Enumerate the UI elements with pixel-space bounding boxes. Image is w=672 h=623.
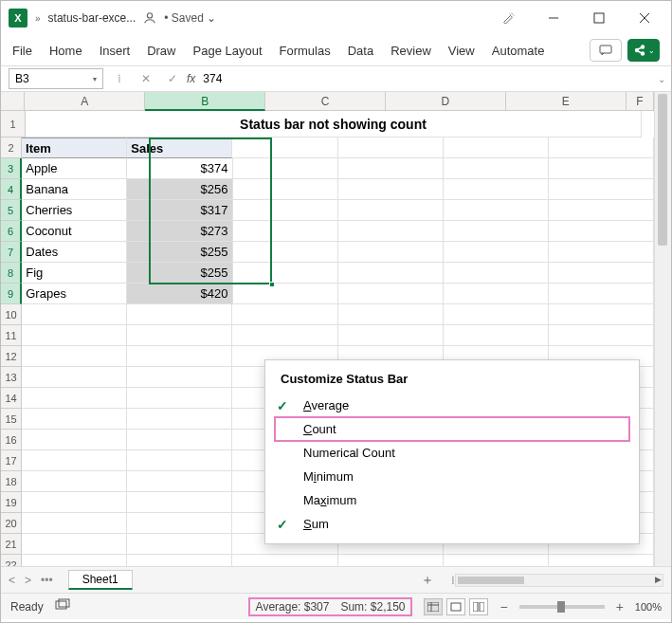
empty-cell[interactable]: [338, 284, 444, 304]
empty-cell[interactable]: [549, 200, 654, 221]
empty-cell[interactable]: [127, 409, 232, 430]
empty-cell[interactable]: [22, 367, 127, 388]
empty-cell[interactable]: [549, 158, 654, 179]
row-header[interactable]: 18: [1, 471, 22, 492]
scroll-right-button[interactable]: ▶: [651, 575, 664, 586]
empty-cell[interactable]: [338, 158, 444, 179]
empty-cell[interactable]: [444, 304, 549, 325]
empty-cell[interactable]: [127, 367, 232, 388]
empty-cell[interactable]: [127, 492, 232, 513]
next-sheet-button[interactable]: >: [25, 574, 31, 587]
col-header-a[interactable]: A: [25, 92, 145, 111]
tab-data[interactable]: Data: [348, 44, 373, 58]
row-header[interactable]: 4: [1, 179, 22, 200]
row-header[interactable]: 17: [1, 450, 22, 471]
empty-cell[interactable]: [549, 555, 654, 566]
item-cell[interactable]: Coconut: [22, 221, 127, 242]
save-status[interactable]: • Saved ⌄: [164, 11, 216, 25]
row-header[interactable]: 16: [1, 430, 22, 450]
col-header-d[interactable]: D: [386, 92, 506, 111]
empty-cell[interactable]: [127, 346, 232, 367]
zoom-level[interactable]: 100%: [635, 601, 662, 613]
vertical-scrollbar-thumb[interactable]: [658, 94, 667, 246]
select-all-corner[interactable]: [1, 92, 25, 111]
empty-cell[interactable]: [549, 179, 654, 200]
view-normal-button[interactable]: [424, 598, 443, 615]
row-header[interactable]: 11: [1, 325, 22, 346]
empty-cell[interactable]: [549, 242, 654, 263]
empty-cell[interactable]: [22, 471, 127, 492]
empty-cell[interactable]: [22, 325, 127, 346]
item-cell[interactable]: Dates: [22, 242, 127, 263]
add-sheet-button[interactable]: ＋: [421, 572, 434, 589]
zoom-in-button[interactable]: +: [616, 599, 624, 614]
view-page-layout-button[interactable]: [446, 598, 465, 615]
empty-cell[interactable]: [233, 242, 338, 263]
row-header[interactable]: 19: [1, 492, 22, 513]
empty-cell[interactable]: [22, 450, 127, 471]
empty-cell[interactable]: [232, 304, 337, 325]
fx-icon[interactable]: fx: [187, 72, 195, 85]
empty-cell[interactable]: [338, 555, 444, 566]
context-item-maximum[interactable]: Maximum: [265, 488, 639, 512]
empty-cell[interactable]: [127, 388, 232, 409]
empty-cell[interactable]: [444, 200, 549, 221]
row-header[interactable]: 7: [1, 242, 22, 263]
formula-input[interactable]: 374: [195, 68, 652, 89]
maximize-button[interactable]: [580, 3, 618, 33]
close-button[interactable]: [626, 3, 663, 33]
tab-file[interactable]: File: [12, 44, 32, 58]
empty-cell[interactable]: [233, 221, 338, 242]
item-cell[interactable]: Cherries: [22, 200, 127, 221]
col-header-b[interactable]: B: [145, 92, 265, 111]
empty-cell[interactable]: [127, 534, 232, 555]
empty-cell[interactable]: [232, 325, 337, 346]
comments-button[interactable]: [590, 39, 622, 62]
context-item-minimum[interactable]: Minimum: [265, 465, 639, 488]
empty-cell[interactable]: [233, 263, 338, 284]
empty-cell[interactable]: [444, 242, 549, 263]
tab-home[interactable]: Home: [49, 44, 82, 58]
sales-cell[interactable]: $420: [127, 284, 232, 304]
tab-review[interactable]: Review: [390, 44, 431, 58]
view-page-break-button[interactable]: [469, 598, 488, 615]
empty-cell[interactable]: [22, 534, 127, 555]
chevron-down-icon[interactable]: ▾: [93, 75, 97, 83]
col-header-f[interactable]: F: [627, 92, 654, 111]
dropdown-icon[interactable]: ⁞: [109, 68, 130, 89]
empty-cell[interactable]: [22, 513, 127, 534]
empty-cell[interactable]: [549, 284, 654, 304]
empty-cell[interactable]: [22, 346, 127, 367]
tab-draw[interactable]: Draw: [147, 44, 175, 58]
context-item-count[interactable]: Count: [275, 417, 629, 441]
row-header[interactable]: 5: [1, 200, 22, 221]
vertical-scrollbar[interactable]: [654, 92, 671, 566]
sales-cell[interactable]: $255: [127, 242, 232, 263]
empty-cell[interactable]: [338, 263, 444, 284]
row-header[interactable]: 2: [1, 137, 22, 158]
empty-cell[interactable]: [444, 263, 549, 284]
sales-cell[interactable]: $273: [127, 221, 232, 242]
horizontal-scrollbar-thumb[interactable]: [458, 577, 524, 584]
title-cell[interactable]: Status bar not showing count: [26, 111, 642, 137]
tab-page-layout[interactable]: Page Layout: [193, 44, 263, 58]
empty-cell[interactable]: [444, 284, 549, 304]
name-box[interactable]: B3▾: [9, 68, 103, 89]
tab-formulas[interactable]: Formulas: [280, 44, 331, 58]
row-header[interactable]: 13: [1, 367, 22, 388]
sales-cell[interactable]: $317: [127, 200, 232, 221]
empty-cell[interactable]: [127, 430, 232, 450]
horizontal-scrollbar[interactable]: ◀ ▶: [455, 574, 663, 587]
empty-cell[interactable]: [338, 137, 444, 158]
accessibility-icon[interactable]: [55, 598, 70, 614]
context-item-sum[interactable]: ✓Sum: [265, 512, 639, 536]
accept-formula-button[interactable]: ✓: [162, 68, 183, 89]
context-item-numerical-count[interactable]: Numerical Count: [265, 441, 639, 465]
row-header[interactable]: 12: [1, 346, 22, 367]
context-item-average[interactable]: ✓Average: [265, 394, 639, 417]
row-header[interactable]: 10: [1, 304, 22, 325]
row-header[interactable]: 9: [1, 284, 22, 304]
empty-cell[interactable]: [22, 409, 127, 430]
status-bar[interactable]: Ready Average: $307 Sum: $2,150 − + 100%: [1, 593, 671, 619]
empty-cell[interactable]: [338, 304, 444, 325]
